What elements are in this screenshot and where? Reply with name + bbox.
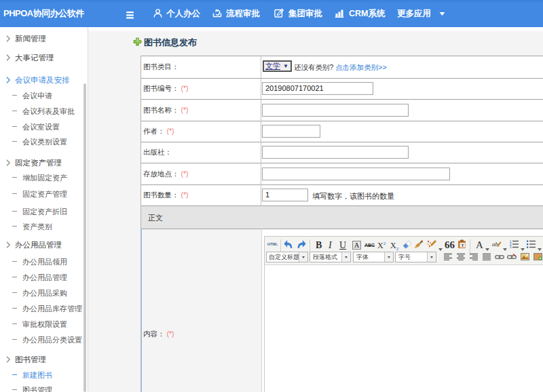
svg-text:T: T xyxy=(461,243,464,248)
svg-text:3: 3 xyxy=(510,246,512,248)
